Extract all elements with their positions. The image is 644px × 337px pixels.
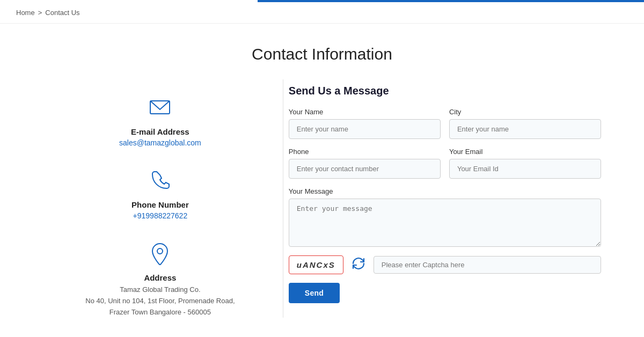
address-block: Address Tamaz Global Trading Co. No 40, … [85,241,235,318]
breadcrumb-home[interactable]: Home [16,9,35,17]
email-icon [148,96,172,121]
page-title: Contact Information [0,45,644,63]
phone-email-row: Phone Your Email [289,148,601,179]
location-icon [148,241,172,267]
phone-value: +919988227622 [133,211,188,220]
name-group: Your Name [289,108,441,139]
phone-label: Phone Number [131,200,189,209]
phone-form-label: Phone [289,148,441,156]
city-label: City [449,108,601,116]
city-group: City [449,108,601,139]
contact-info-section: E-mail Address sales@tamazglobal.com Pho… [43,79,277,318]
message-label: Your Message [289,187,601,195]
email-group: Your Email [449,148,601,179]
name-label: Your Name [289,108,441,116]
breadcrumb-current: Contact Us [45,9,79,17]
email-value: sales@tamazglobal.com [119,138,201,147]
captcha-row: uANCxS [289,255,601,274]
name-city-row: Your Name City [289,108,601,139]
contact-form-section: Send Us a Message Your Name City Phone Y… [289,79,601,318]
phone-icon [148,169,172,194]
breadcrumb: Home > Contact Us [0,2,644,24]
email-block: E-mail Address sales@tamazglobal.com [119,96,201,147]
captcha-display: uANCxS [289,255,343,274]
message-input[interactable] [289,199,601,247]
message-group: Your Message [289,187,601,247]
phone-input[interactable] [289,159,441,179]
breadcrumb-separator: > [38,9,42,17]
main-content: E-mail Address sales@tamazglobal.com Pho… [27,79,617,337]
email-input[interactable] [449,159,601,179]
email-form-label: Your Email [449,148,601,156]
email-label: E-mail Address [131,127,189,136]
divider [283,79,283,318]
phone-group: Phone [289,148,441,179]
phone-block: Phone Number +919988227622 [131,169,189,220]
send-button[interactable]: Send [289,283,340,303]
svg-point-1 [157,248,163,254]
captcha-refresh-button[interactable] [350,257,367,274]
city-input[interactable] [449,119,601,139]
name-input[interactable] [289,119,441,139]
address-label: Address [144,273,176,282]
form-section-title: Send Us a Message [289,85,601,97]
captcha-input[interactable] [374,256,601,274]
address-text: Tamaz Global Trading Co. No 40, Unit no … [85,284,235,318]
